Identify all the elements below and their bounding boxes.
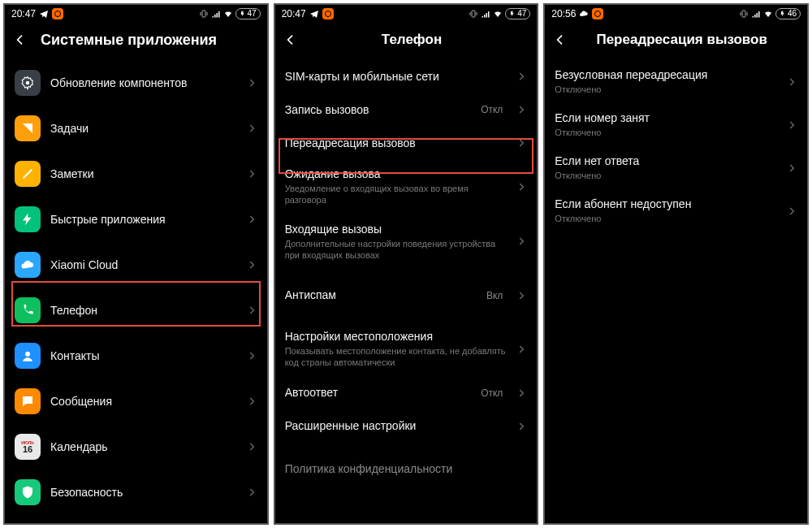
row-quick-apps[interactable]: Быстрые приложения — [5, 197, 267, 242]
chevron-right-icon — [246, 259, 257, 270]
row-unconditional-forward[interactable]: Безусловная переадресация Отключено — [545, 60, 807, 103]
chevron-right-icon — [516, 344, 527, 355]
row-label: Переадресация вызовов — [285, 136, 507, 150]
row-label: Быстрые приложения — [50, 213, 236, 227]
row-label: Входящие вызовы — [285, 223, 507, 236]
contacts-icon — [15, 343, 41, 369]
chevron-right-icon — [246, 168, 257, 180]
chevron-right-icon — [516, 387, 527, 399]
row-call-forwarding[interactable]: Переадресация вызовов — [275, 127, 538, 160]
svg-point-2 — [25, 352, 30, 357]
row-label: Контакты — [50, 349, 236, 363]
shield-icon — [15, 479, 41, 505]
status-time: 20:47 — [282, 8, 306, 19]
row-label: Если абонент недоступен — [555, 197, 776, 211]
status-time: 20:47 — [11, 8, 36, 19]
chevron-right-icon — [786, 119, 797, 131]
row-sublabel: Отключено — [555, 170, 776, 181]
row-auto-answer[interactable]: Автоответ Откл — [275, 376, 538, 409]
screen-phone-settings: 20:47 47 Телефон SIM-карты и мобильные с… — [274, 3, 539, 525]
battery-indicator: 47 — [505, 8, 530, 19]
row-label: Календарь — [50, 440, 236, 454]
wifi-icon — [223, 9, 233, 19]
svg-rect-0 — [202, 11, 205, 17]
tasks-icon — [15, 115, 41, 141]
row-label: Безопасность — [50, 486, 236, 500]
row-sublabel: Уведомление о входящих вызовах во время … — [285, 183, 507, 206]
row-xiaomi-cloud[interactable]: Xiaomi Cloud — [5, 242, 267, 288]
chevron-right-icon — [246, 487, 257, 498]
row-call-waiting[interactable]: Ожидание вызова Уведомление о входящих в… — [275, 159, 538, 214]
chevron-right-icon — [246, 214, 257, 225]
row-incoming-calls[interactable]: Входящие вызовы Дополнительные настройки… — [275, 214, 538, 269]
vibrate-icon — [469, 9, 478, 19]
row-label: SIM-карты и мобильные сети — [285, 70, 507, 84]
forwarding-list: Безусловная переадресация Отключено Если… — [545, 60, 807, 523]
row-privacy-policy[interactable]: Политика конфиденциальности — [275, 452, 538, 486]
chevron-right-icon — [516, 236, 527, 247]
wifi-icon — [763, 9, 773, 19]
row-call-recording[interactable]: Запись вызовов Откл — [275, 93, 538, 127]
row-antispam[interactable]: Антиспам Вкл — [275, 279, 538, 312]
row-label: Если нет ответа — [555, 154, 776, 168]
chevron-right-icon — [786, 76, 797, 88]
row-notes[interactable]: Заметки — [5, 151, 267, 197]
row-advanced-settings[interactable]: Расширенные настройки — [275, 409, 538, 443]
chevron-right-icon — [246, 350, 257, 361]
chevron-right-icon — [516, 421, 527, 432]
battery-indicator: 47 — [235, 8, 261, 19]
signal-icon — [481, 9, 490, 19]
screen-call-forwarding: 20:56 46 Переадресация вызовов Безусловн… — [543, 3, 809, 525]
row-label: Запись вызовов — [285, 103, 471, 117]
gear-icon — [15, 70, 41, 96]
status-bar: 20:47 47 — [5, 5, 267, 23]
row-label: Ожидание вызова — [285, 167, 507, 181]
page-title: Системные приложения — [41, 32, 261, 49]
page-title: Телефон — [293, 32, 531, 48]
svg-rect-5 — [472, 11, 475, 17]
row-update-components[interactable]: Обновление компонентов — [5, 60, 267, 106]
chevron-right-icon — [516, 181, 527, 193]
row-sublabel: Отключено — [555, 84, 776, 95]
message-icon — [15, 388, 41, 414]
chevron-right-icon — [246, 77, 257, 89]
status-bar: 20:56 46 — [545, 5, 807, 23]
row-value: Откл — [481, 387, 503, 399]
row-label: Телефон — [50, 304, 236, 318]
row-label: Настройки местоположения — [285, 330, 507, 344]
notes-icon — [15, 161, 41, 187]
row-sim-networks[interactable]: SIM-карты и мобильные сети — [275, 60, 538, 93]
row-security[interactable]: Безопасность — [5, 470, 267, 515]
chevron-right-icon — [786, 206, 797, 217]
telegram-icon — [309, 9, 319, 19]
row-camera[interactable]: Камера — [5, 515, 267, 523]
chevron-right-icon — [246, 123, 257, 134]
row-label: Расширенные настройки — [285, 419, 507, 433]
screen-system-apps: 20:47 47 Системные приложения Обновление… — [3, 3, 269, 525]
back-button[interactable] — [11, 31, 29, 49]
cloud-icon — [15, 252, 41, 278]
row-label: Политика конфиденциальности — [285, 462, 528, 476]
row-forward-unreachable[interactable]: Если абонент недоступен Отключено — [545, 189, 807, 232]
row-label: Автоответ — [285, 386, 471, 400]
row-tasks[interactable]: Задачи — [5, 106, 267, 151]
signal-icon — [211, 9, 221, 19]
row-contacts[interactable]: Контакты — [5, 333, 267, 379]
row-label: Если номер занят — [555, 111, 776, 125]
title-bar: Переадресация вызовов — [545, 23, 807, 60]
chevron-right-icon — [246, 305, 257, 316]
vibrate-icon — [199, 9, 209, 19]
calendar-icon: ИЮЛЬ 16 — [15, 434, 41, 460]
row-location-settings[interactable]: Настройки местоположения Показывать мест… — [275, 322, 538, 376]
phone-icon — [15, 297, 41, 323]
row-calendar[interactable]: ИЮЛЬ 16 Календарь — [5, 424, 267, 470]
row-messages[interactable]: Сообщения — [5, 379, 267, 424]
row-phone[interactable]: Телефон — [5, 288, 267, 333]
app-badge-icon — [52, 8, 63, 19]
svg-rect-6 — [742, 11, 745, 17]
cloud-icon — [579, 9, 589, 19]
row-forward-no-answer[interactable]: Если нет ответа Отключено — [545, 146, 807, 189]
row-sublabel: Отключено — [555, 213, 776, 224]
page-title: Переадресация вызовов — [563, 32, 801, 48]
row-forward-if-busy[interactable]: Если номер занят Отключено — [545, 103, 807, 146]
